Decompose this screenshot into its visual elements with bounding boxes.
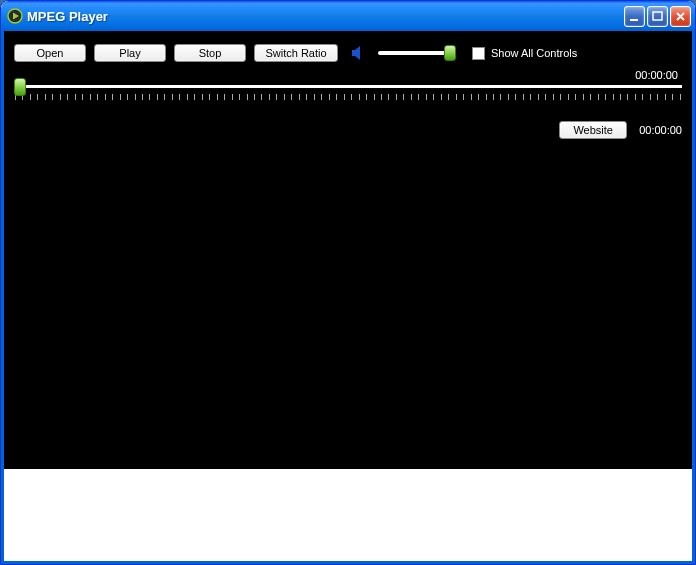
titlebar[interactable]: MPEG Player xyxy=(1,1,695,31)
show-all-controls-checkbox[interactable] xyxy=(472,47,485,60)
window-controls xyxy=(624,6,691,27)
stop-button[interactable]: Stop xyxy=(174,44,246,62)
close-button[interactable] xyxy=(670,6,691,27)
seek-track[interactable] xyxy=(14,85,682,88)
website-button[interactable]: Website xyxy=(559,121,627,139)
svg-rect-3 xyxy=(653,12,662,20)
seek-thumb[interactable] xyxy=(14,78,26,96)
position-display: 00:00:00 xyxy=(639,124,682,136)
video-area xyxy=(14,145,682,469)
volume-slider[interactable] xyxy=(378,51,450,55)
play-button[interactable]: Play xyxy=(94,44,166,62)
svg-rect-2 xyxy=(630,19,638,21)
switch-ratio-button[interactable]: Switch Ratio xyxy=(254,44,338,62)
minimize-button[interactable] xyxy=(624,6,645,27)
duration-display: 00:00:00 xyxy=(635,69,678,81)
app-window: MPEG Player Open Play Stop Switch Ratio xyxy=(0,0,696,565)
window-title: MPEG Player xyxy=(27,9,624,24)
show-all-controls-label: Show All Controls xyxy=(491,47,577,59)
maximize-button[interactable] xyxy=(647,6,668,27)
speaker-icon xyxy=(350,44,368,62)
show-all-controls-wrap[interactable]: Show All Controls xyxy=(472,47,577,60)
volume-thumb[interactable] xyxy=(444,45,456,61)
svg-marker-4 xyxy=(352,46,360,60)
open-button[interactable]: Open xyxy=(14,44,86,62)
toolbar: Open Play Stop Switch Ratio Show All Con… xyxy=(14,39,682,67)
seek-ticks xyxy=(14,94,682,100)
seekbar-area xyxy=(14,85,682,115)
second-row: Website 00:00:00 xyxy=(14,121,682,139)
app-play-icon xyxy=(7,8,23,24)
client-area: Open Play Stop Switch Ratio Show All Con… xyxy=(1,31,695,564)
status-panel xyxy=(4,469,692,561)
